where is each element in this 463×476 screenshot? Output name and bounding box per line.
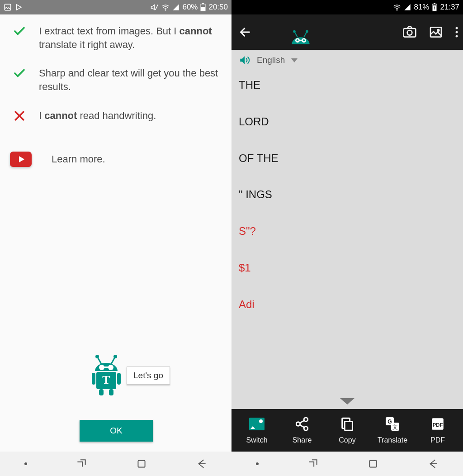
translate-icon: G文 [384, 416, 401, 432]
switch-action[interactable]: Switch [239, 415, 275, 444]
svg-point-40 [303, 39, 305, 41]
translate-action[interactable]: G文 Translate [374, 415, 411, 444]
svg-point-39 [297, 39, 298, 41]
ok-button[interactable]: OK [80, 420, 153, 442]
mascot-head-icon [285, 29, 317, 50]
text-line: THE [239, 79, 456, 92]
recent-apps-icon[interactable] [76, 458, 87, 470]
svg-rect-61 [369, 460, 376, 467]
action-label: Share [293, 436, 312, 444]
svg-text:PDF: PDF [433, 422, 443, 428]
status-bar-right: 81% 21:37 [232, 0, 463, 14]
camera-icon[interactable] [402, 25, 417, 39]
svg-point-42 [407, 30, 412, 35]
svg-marker-1 [17, 5, 22, 10]
nav-bar [0, 452, 232, 476]
language-selector[interactable]: English [232, 50, 463, 71]
pdf-icon: PDF [430, 416, 445, 432]
check-icon [11, 24, 28, 38]
svg-text:T: T [102, 373, 110, 386]
nav-bar [232, 452, 463, 476]
switch-icon [249, 418, 265, 430]
home-icon[interactable] [367, 458, 379, 470]
svg-rect-23 [109, 389, 113, 395]
mascot-icon: T [84, 353, 129, 398]
svg-rect-22 [99, 389, 104, 395]
svg-line-52 [300, 420, 304, 423]
bottom-action-bar: Switch Share Copy G文 Translate [232, 409, 463, 452]
check-icon [11, 67, 28, 80]
time-text: 21:37 [440, 3, 459, 12]
learn-more-text: Learn more. [52, 152, 105, 166]
battery-text: 81% [414, 3, 429, 12]
speaker-icon[interactable] [239, 54, 250, 66]
tip-row: I extract text from images. But I cannot… [10, 24, 222, 51]
svg-rect-17 [104, 367, 109, 368]
battery-icon [200, 3, 206, 11]
pdf-action[interactable]: PDF PDF [420, 415, 456, 444]
battery-charging-icon [432, 3, 437, 11]
more-icon[interactable] [455, 26, 458, 38]
copy-action[interactable]: Copy [329, 415, 365, 444]
tip-text: I extract text from images. But I cannot… [39, 24, 222, 51]
image-icon [4, 3, 12, 11]
svg-line-53 [300, 425, 304, 428]
recent-apps-icon[interactable] [307, 458, 319, 470]
app-bar [232, 14, 463, 50]
nav-dot-icon [24, 462, 27, 465]
svg-rect-28 [434, 3, 435, 4]
back-icon[interactable] [196, 458, 208, 470]
lets-go-bubble: Let's go [127, 367, 170, 385]
svg-rect-54 [345, 421, 352, 430]
home-icon[interactable] [136, 458, 147, 470]
bottom-sheet-handle[interactable] [232, 394, 463, 409]
action-label: Translate [378, 436, 407, 444]
copy-icon [340, 416, 355, 432]
action-label: Switch [246, 436, 267, 444]
svg-line-14 [111, 357, 115, 365]
mute-icon [151, 3, 159, 11]
gallery-icon[interactable] [429, 25, 443, 39]
svg-line-34 [294, 32, 298, 38]
svg-rect-21 [117, 373, 121, 385]
time-text: 20:50 [208, 3, 228, 12]
text-line: LORD [239, 115, 456, 129]
tip-row: Sharp and clear text will get you the be… [10, 67, 222, 93]
cross-icon [12, 109, 27, 123]
svg-rect-0 [5, 4, 11, 10]
svg-rect-24 [138, 460, 145, 467]
chevron-down-icon [340, 398, 354, 405]
text-line: OF THE [239, 152, 456, 165]
svg-rect-20 [92, 373, 95, 385]
wifi-icon [161, 3, 170, 11]
action-label: Copy [339, 436, 355, 444]
svg-point-45 [456, 27, 458, 29]
text-line: Adi [239, 298, 456, 311]
svg-rect-8 [201, 7, 205, 11]
text-line: S"? [239, 225, 456, 238]
share-icon [294, 416, 310, 432]
svg-point-51 [304, 427, 308, 431]
svg-point-49 [304, 418, 308, 422]
text-line: $1 [239, 262, 456, 275]
extracted-text-area[interactable]: THE LORD OF THE " INGS S"? $1 Adi [232, 71, 463, 394]
tip-text: Sharp and clear text will get you the be… [39, 67, 222, 93]
svg-marker-2 [151, 5, 155, 10]
back-icon[interactable] [427, 458, 439, 470]
youtube-icon [10, 152, 32, 167]
share-action[interactable]: Share [284, 415, 320, 444]
action-label: PDF [430, 436, 445, 444]
svg-rect-38 [299, 40, 302, 41]
tip-text: I cannot read handwriting. [39, 109, 156, 124]
svg-rect-7 [202, 3, 204, 4]
wifi-icon [393, 3, 401, 11]
svg-point-44 [437, 29, 439, 31]
svg-point-4 [165, 10, 166, 10]
svg-line-13 [97, 357, 102, 365]
tip-row: I cannot read handwriting. [10, 109, 222, 124]
back-button[interactable] [236, 23, 254, 41]
nav-dot-icon [256, 462, 259, 465]
svg-text:文: 文 [392, 424, 398, 430]
learn-more-row[interactable]: Learn more. [10, 152, 222, 167]
language-label: English [257, 55, 285, 65]
